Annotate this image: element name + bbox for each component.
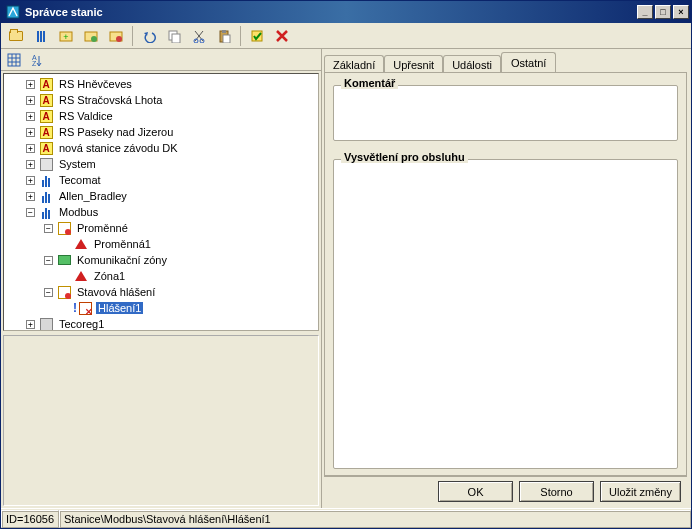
svg-text:+: + <box>63 32 68 42</box>
group-vysvetleni-label: Vysvětlení pro obsluhu <box>341 151 468 163</box>
expand-toggle[interactable]: − <box>44 224 53 233</box>
tree-item[interactable]: Zóna1 <box>4 268 318 284</box>
svg-rect-12 <box>222 30 226 33</box>
ok-button[interactable]: OK <box>438 481 513 502</box>
expand-toggle[interactable]: + <box>26 128 35 137</box>
svg-rect-14 <box>252 31 262 41</box>
node-icon <box>56 252 72 268</box>
status-id: ID=16056 <box>1 510 59 528</box>
tree-grid-button[interactable] <box>4 51 24 69</box>
app-icon <box>5 4 21 20</box>
status-path: Stanice\Modbus\Stavová hlášení\Hlášení1 <box>59 510 691 528</box>
expand-toggle[interactable]: + <box>26 144 35 153</box>
node-icon: A <box>38 108 54 124</box>
tree-item[interactable]: +Allen_Bradley <box>4 188 318 204</box>
node-icon: A <box>38 92 54 108</box>
tree-toolbar: AZ <box>1 49 321 71</box>
tree-item[interactable]: −Komunikační zóny <box>4 252 318 268</box>
tree-item[interactable]: +ARS Paseky nad Jizerou <box>4 124 318 140</box>
tree-item[interactable]: −Proměnné <box>4 220 318 236</box>
remove-button[interactable] <box>105 25 127 47</box>
tree-item[interactable]: +ARS Valdice <box>4 108 318 124</box>
open-button[interactable] <box>5 25 27 47</box>
expand-toggle[interactable]: + <box>26 176 35 185</box>
expand-toggle[interactable]: + <box>26 160 35 169</box>
tab-udalosti[interactable]: Události <box>443 55 501 73</box>
expand-toggle[interactable]: + <box>26 80 35 89</box>
node-icon <box>56 284 72 300</box>
svg-rect-15 <box>8 54 20 66</box>
svg-point-4 <box>91 36 97 42</box>
node-label: Tecomat <box>57 174 103 186</box>
node-icon <box>38 156 54 172</box>
vysvetleni-textarea[interactable] <box>333 159 678 469</box>
node-label: Modbus <box>57 206 100 218</box>
tree-item[interactable]: Proměnná1 <box>4 236 318 252</box>
add-button[interactable]: + <box>55 25 77 47</box>
node-icon <box>38 172 54 188</box>
maximize-button[interactable]: □ <box>655 5 671 19</box>
expand-toggle[interactable]: + <box>26 112 35 121</box>
node-label: Zóna1 <box>92 270 127 282</box>
komentar-textarea[interactable] <box>333 85 678 141</box>
tab-zakladni[interactable]: Základní <box>324 55 384 73</box>
right-pane: Základní Upřesnit Události Ostatní Komen… <box>322 49 691 508</box>
left-pane: AZ +ARS Hněvčeves+ARS Stračovská Lhota+A… <box>1 49 322 508</box>
svg-text:Z: Z <box>32 60 37 66</box>
node-icon: A <box>38 124 54 140</box>
minimize-button[interactable]: _ <box>637 5 653 19</box>
window-title: Správce stanic <box>25 6 637 18</box>
node-icon: A <box>38 76 54 92</box>
svg-point-6 <box>116 36 122 42</box>
group-komentar: Komentář <box>333 85 678 141</box>
tree-item[interactable]: +Tecomat <box>4 172 318 188</box>
cancel-button[interactable]: Storno <box>519 481 594 502</box>
node-label: Proměnná1 <box>92 238 153 250</box>
apply-button[interactable] <box>246 25 268 47</box>
tree-item[interactable]: +System <box>4 156 318 172</box>
tree-item[interactable]: !Hlášení1 <box>4 300 318 316</box>
node-icon <box>38 204 54 220</box>
columns-button[interactable] <box>30 25 52 47</box>
copy-button[interactable] <box>163 25 185 47</box>
tree-item[interactable]: −Stavová hlášení <box>4 284 318 300</box>
lower-pane <box>3 335 319 506</box>
node-icon: A <box>38 140 54 156</box>
cut-button[interactable] <box>188 25 210 47</box>
tree-item[interactable]: +Tecoreg1 <box>4 316 318 331</box>
node-label: RS Hněvčeves <box>57 78 134 90</box>
delete-button[interactable] <box>271 25 293 47</box>
undo-button[interactable] <box>138 25 160 47</box>
tree-item[interactable]: +Anová stanice závodu DK <box>4 140 318 156</box>
edit-button[interactable] <box>80 25 102 47</box>
svg-rect-8 <box>172 34 180 43</box>
tree-view[interactable]: +ARS Hněvčeves+ARS Stračovská Lhota+ARS … <box>3 73 319 331</box>
node-label: nová stanice závodu DK <box>57 142 180 154</box>
tree-item[interactable]: −Modbus <box>4 204 318 220</box>
titlebar: Správce stanic _ □ × <box>1 1 691 23</box>
tab-upresnit[interactable]: Upřesnit <box>384 55 443 73</box>
close-button[interactable]: × <box>673 5 689 19</box>
expand-toggle[interactable]: + <box>26 192 35 201</box>
paste-button[interactable] <box>213 25 235 47</box>
save-button[interactable]: Uložit změny <box>600 481 681 502</box>
node-label: Allen_Bradley <box>57 190 129 202</box>
expand-toggle[interactable]: − <box>26 208 35 217</box>
tab-ostatni[interactable]: Ostatní <box>501 52 556 72</box>
group-komentar-label: Komentář <box>341 77 398 89</box>
tree-item[interactable]: +ARS Hněvčeves <box>4 76 318 92</box>
node-icon <box>77 300 93 316</box>
tabstrip: Základní Upřesnit Události Ostatní <box>324 51 687 72</box>
expand-toggle[interactable]: − <box>44 288 53 297</box>
expand-toggle[interactable]: + <box>26 320 35 329</box>
expand-toggle[interactable]: + <box>26 96 35 105</box>
node-label: Stavová hlášení <box>75 286 157 298</box>
node-icon <box>73 268 89 284</box>
node-icon <box>73 236 89 252</box>
tree-sort-button[interactable]: AZ <box>26 51 46 69</box>
tree-item[interactable]: +ARS Stračovská Lhota <box>4 92 318 108</box>
svg-rect-13 <box>223 35 230 43</box>
node-label: Tecoreg1 <box>57 318 106 330</box>
expand-toggle[interactable]: − <box>44 256 53 265</box>
status-bar: ID=16056 Stanice\Modbus\Stavová hlášení\… <box>1 508 691 528</box>
